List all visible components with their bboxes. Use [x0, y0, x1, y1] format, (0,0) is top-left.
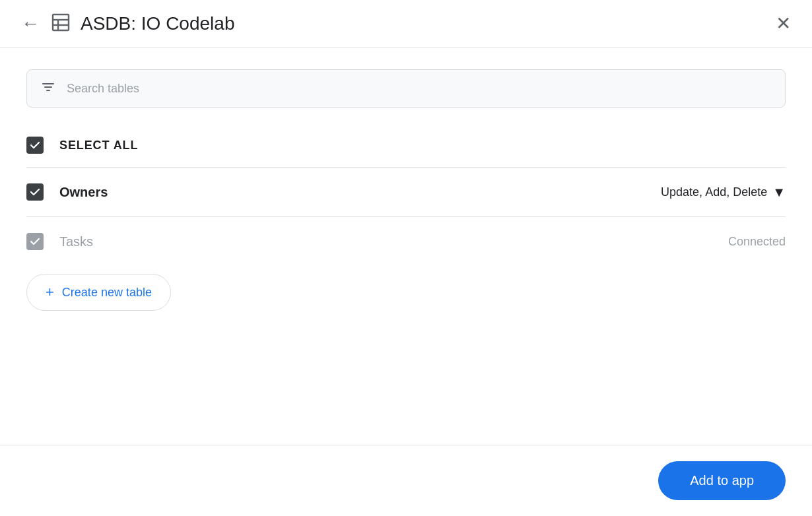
svg-rect-0 — [53, 15, 69, 30]
close-button[interactable]: ✕ — [776, 15, 791, 33]
owners-label: Owners — [59, 185, 661, 200]
select-all-label: SELECT ALL — [59, 139, 138, 152]
plus-icon: + — [46, 284, 54, 301]
add-to-app-button[interactable]: Add to app — [658, 461, 786, 500]
tasks-checkbox[interactable] — [26, 233, 44, 250]
owners-checkbox[interactable] — [26, 183, 44, 201]
page-title: ASDB: IO Codelab — [81, 13, 776, 34]
table-icon — [50, 12, 71, 36]
tasks-connected-label: Connected — [728, 235, 786, 249]
header: ← ASDB: IO Codelab ✕ — [0, 0, 812, 48]
content-area: SELECT ALL Owners Update, Add, Delete ▼ — [0, 48, 812, 445]
divider-1 — [26, 167, 786, 168]
table-row: Owners Update, Add, Delete ▼ — [26, 170, 786, 214]
footer: Add to app — [0, 445, 812, 516]
svg-rect-4 — [42, 83, 54, 84]
svg-rect-5 — [44, 86, 52, 88]
owners-action[interactable]: Update, Add, Delete ▼ — [661, 185, 786, 200]
tasks-label: Tasks — [59, 234, 728, 249]
filter-icon — [40, 79, 56, 98]
dialog: ← ASDB: IO Codelab ✕ — [0, 0, 812, 516]
svg-rect-6 — [46, 90, 50, 91]
search-bar[interactable] — [26, 69, 786, 108]
create-new-table-label: Create new table — [62, 286, 152, 300]
dropdown-arrow-icon[interactable]: ▼ — [772, 185, 786, 200]
search-input[interactable] — [67, 82, 772, 96]
back-button[interactable]: ← — [21, 15, 40, 33]
divider-2 — [26, 216, 786, 217]
create-new-table-button[interactable]: + Create new table — [26, 274, 171, 311]
select-all-checkbox[interactable] — [26, 137, 44, 154]
select-all-row: SELECT ALL — [26, 129, 786, 162]
table-row: Tasks Connected — [26, 220, 786, 263]
owners-action-label: Update, Add, Delete — [661, 185, 767, 199]
